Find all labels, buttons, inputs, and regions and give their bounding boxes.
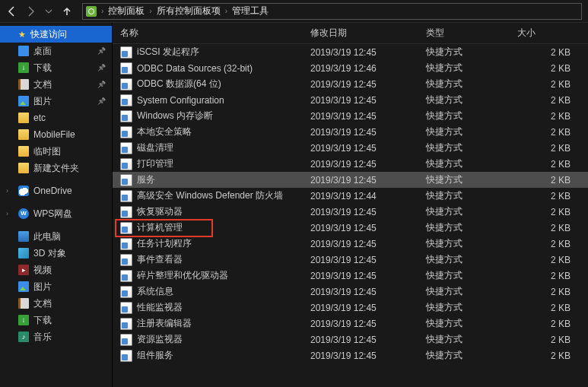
file-date: 2019/3/19 12:45 — [310, 335, 426, 345]
file-name: ODBC 数据源(64 位) — [137, 78, 221, 90]
file-row[interactable]: 资源监视器2019/3/19 12:45快捷方式2 KB — [113, 331, 588, 347]
sidebar-item[interactable]: 新建文件夹 — [0, 160, 112, 176]
file-date: 2019/3/19 12:45 — [310, 271, 426, 281]
file-type: 快捷方式 — [426, 237, 517, 250]
address-bar[interactable]: › 控制面板 › 所有控制面板项 › 管理工具 — [82, 3, 582, 20]
recent-dropdown[interactable] — [43, 5, 55, 17]
column-header-name[interactable]: 名称 — [113, 27, 310, 40]
sidebar-item[interactable]: 文档 — [0, 76, 112, 93]
file-type: 快捷方式 — [426, 109, 517, 122]
file-row[interactable]: Windows 内存诊断2019/3/19 12:45快捷方式2 KB — [113, 108, 588, 124]
shortcut-icon — [120, 286, 132, 298]
breadcrumb[interactable]: 控制面板 — [108, 5, 145, 17]
sidebar-item[interactable]: 图片 — [0, 278, 112, 295]
sidebar-wps[interactable]: › WPS网盘 — [0, 205, 112, 222]
file-date: 2019/3/19 12:45 — [310, 79, 426, 90]
file-size: 2 KB — [517, 127, 577, 138]
sidebar-item-label: 临时图 — [33, 145, 61, 158]
folder-icon — [18, 298, 29, 309]
file-row[interactable]: 事件查看器2019/3/19 12:45快捷方式2 KB — [113, 252, 588, 268]
file-row[interactable]: 高级安全 Windows Defender 防火墙2019/3/19 12:44… — [113, 188, 588, 204]
file-name: 任务计划程序 — [137, 237, 192, 250]
sidebar-item[interactable]: 文档 — [0, 295, 112, 312]
folder-icon — [18, 281, 29, 292]
file-row[interactable]: 服务2019/3/19 12:45快捷方式2 KB — [113, 172, 588, 188]
file-type: 快捷方式 — [426, 62, 517, 75]
file-date: 2019/3/19 12:45 — [310, 127, 426, 138]
back-button[interactable] — [6, 5, 18, 17]
file-type: 快捷方式 — [426, 125, 517, 138]
breadcrumb[interactable]: 管理工具 — [232, 5, 269, 17]
file-row[interactable]: 打印管理2019/3/19 12:45快捷方式2 KB — [113, 156, 588, 172]
sidebar-item[interactable]: MobileFile — [0, 126, 112, 143]
pc-icon — [18, 231, 29, 242]
folder-icon — [18, 96, 29, 106]
file-size: 2 KB — [517, 287, 577, 297]
file-row[interactable]: ODBC 数据源(64 位)2019/3/19 12:45快捷方式2 KB — [113, 76, 588, 92]
sidebar-item[interactable]: 桌面 — [0, 43, 112, 59]
forward-button[interactable] — [24, 5, 37, 17]
file-row[interactable]: 恢复驱动器2019/3/19 12:45快捷方式2 KB — [113, 204, 588, 220]
file-row[interactable]: 磁盘清理2019/3/19 12:45快捷方式2 KB — [113, 140, 588, 156]
file-row[interactable]: 注册表编辑器2019/3/19 12:45快捷方式2 KB — [113, 316, 588, 331]
file-date: 2019/3/19 12:45 — [310, 255, 426, 265]
chevron-right-icon: › — [6, 210, 14, 217]
column-header-size[interactable]: 大小 — [517, 27, 577, 40]
sidebar-item[interactable]: 下载 — [0, 59, 112, 76]
file-row[interactable]: 任务计划程序2019/3/19 12:45快捷方式2 KB — [113, 236, 588, 252]
file-row[interactable]: 计算机管理2019/3/19 12:45快捷方式2 KB — [113, 220, 588, 236]
file-row[interactable]: 性能监视器2019/3/19 12:45快捷方式2 KB — [113, 300, 588, 316]
file-size: 2 KB — [517, 255, 577, 265]
file-size: 2 KB — [517, 143, 577, 154]
file-date: 2019/3/19 12:45 — [310, 223, 426, 233]
file-size: 2 KB — [517, 239, 577, 249]
sidebar-onedrive[interactable]: › OneDrive — [0, 182, 112, 199]
file-row[interactable]: 组件服务2019/3/19 12:45快捷方式2 KB — [113, 347, 588, 363]
folder-icon — [18, 265, 29, 275]
shortcut-icon — [120, 190, 132, 202]
shortcut-icon — [120, 302, 132, 314]
sidebar-item[interactable]: etc — [0, 109, 112, 126]
sidebar-item-label: 下载 — [33, 62, 52, 75]
sidebar-item[interactable]: 视频 — [0, 262, 112, 278]
sidebar-quick-access[interactable]: ★ 快速访问 — [0, 26, 112, 43]
shortcut-icon — [120, 254, 132, 266]
sidebar-item[interactable]: 3D 对象 — [0, 245, 112, 262]
file-type: 快捷方式 — [426, 189, 517, 202]
folder-icon — [18, 331, 29, 342]
sidebar-item[interactable]: 图片 — [0, 93, 112, 109]
column-header-type[interactable]: 类型 — [426, 27, 517, 40]
file-date: 2019/3/19 12:45 — [310, 95, 426, 106]
sidebar-this-pc[interactable]: 此电脑 — [0, 228, 112, 245]
sidebar-item[interactable]: 音乐 — [0, 328, 112, 345]
breadcrumb[interactable]: 所有控制面板项 — [157, 5, 221, 17]
file-row[interactable]: ODBC Data Sources (32-bit)2019/3/19 12:4… — [113, 60, 588, 76]
file-date: 2019/3/19 12:45 — [310, 303, 426, 313]
sidebar-label: OneDrive — [33, 186, 72, 196]
sidebar-item[interactable]: 临时图 — [0, 143, 112, 160]
sidebar-item-label: 下载 — [33, 314, 52, 327]
file-row[interactable]: 系统信息2019/3/19 12:45快捷方式2 KB — [113, 284, 588, 300]
file-row[interactable]: 碎片整理和优化驱动器2019/3/19 12:45快捷方式2 KB — [113, 268, 588, 284]
file-date: 2019/3/19 12:45 — [310, 287, 426, 297]
chevron-right-icon: › — [6, 187, 14, 195]
file-row[interactable]: iSCSI 发起程序2019/3/19 12:45快捷方式2 KB — [113, 44, 588, 60]
file-size: 2 KB — [517, 303, 577, 313]
shortcut-icon — [120, 78, 132, 90]
up-button[interactable] — [61, 5, 73, 17]
file-size: 2 KB — [517, 271, 577, 281]
column-header-date[interactable]: 修改日期 — [310, 27, 426, 40]
file-size: 2 KB — [517, 95, 577, 106]
file-type: 快捷方式 — [426, 173, 517, 186]
folder-icon — [18, 113, 29, 123]
file-row[interactable]: System Configuration2019/3/19 12:45快捷方式2… — [113, 92, 588, 108]
sidebar-item[interactable]: 下载 — [0, 312, 112, 328]
file-type: 快捷方式 — [426, 221, 517, 234]
chevron-right-icon: › — [149, 7, 151, 15]
file-row[interactable]: 本地安全策略2019/3/19 12:45快捷方式2 KB — [113, 124, 588, 140]
shortcut-icon — [120, 110, 132, 122]
file-name: 高级安全 Windows Defender 防火墙 — [137, 189, 283, 202]
file-size: 2 KB — [517, 207, 577, 217]
file-size: 2 KB — [517, 175, 577, 186]
file-type: 快捷方式 — [426, 94, 517, 106]
